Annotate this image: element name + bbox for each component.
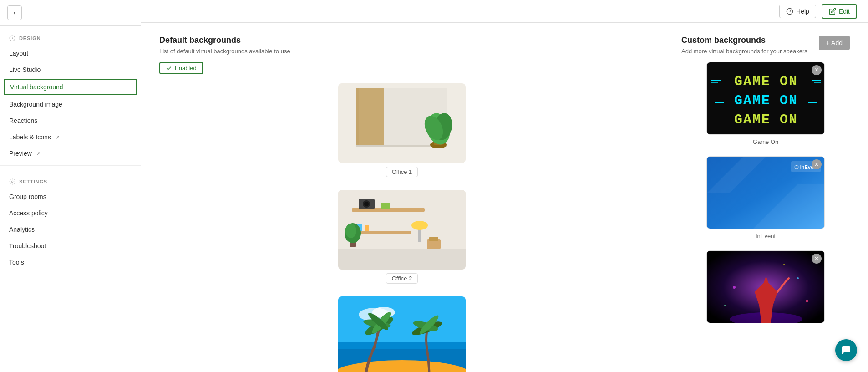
sidebar-divider bbox=[0, 165, 141, 166]
main-area: Help Edit Default backgrounds List of de… bbox=[141, 0, 868, 372]
custom-bg-item-gaming: ✕ bbox=[681, 250, 850, 323]
sidebar-scroll: DESIGN Layout Live Studio Virtual backgr… bbox=[0, 26, 141, 372]
bg-item-office2: Office 2 bbox=[159, 190, 645, 284]
default-panel-title: Default backgrounds bbox=[159, 36, 290, 45]
svg-rect-15 bbox=[338, 249, 466, 270]
custom-bg-item-inevent: ✕ bbox=[681, 156, 850, 240]
add-label: + Add bbox=[826, 39, 843, 46]
external-link-icon-preview: ↗ bbox=[36, 151, 41, 157]
edit-button[interactable]: Edit bbox=[822, 4, 857, 19]
enabled-badge[interactable]: Enabled bbox=[159, 62, 203, 74]
bg-image-office1[interactable] bbox=[338, 83, 466, 163]
inevent-svg: ⬡ InEvent bbox=[707, 157, 825, 229]
beach-svg bbox=[338, 296, 466, 372]
sidebar-item-group-rooms[interactable]: Group rooms bbox=[0, 189, 141, 205]
svg-rect-6 bbox=[359, 88, 384, 147]
bg-image-beach[interactable] bbox=[338, 296, 466, 372]
custom-bg-image-gameon[interactable]: ✕ GAME ON GAME ON bbox=[706, 62, 825, 135]
sidebar-item-troubleshoot[interactable]: Troubleshoot bbox=[0, 238, 141, 254]
svg-text:GAME ON: GAME ON bbox=[734, 112, 798, 127]
remove-gameon-button[interactable]: ✕ bbox=[812, 65, 822, 75]
office1-svg bbox=[338, 83, 466, 163]
custom-bg-item-gameon: ✕ GAME ON GAME ON bbox=[681, 62, 850, 145]
custom-bg-label-inevent: InEvent bbox=[681, 233, 850, 240]
sidebar-item-tools[interactable]: Tools bbox=[0, 254, 141, 270]
edit-icon bbox=[829, 8, 836, 15]
svg-rect-30 bbox=[429, 237, 438, 241]
sidebar-item-live-studio[interactable]: Live Studio bbox=[0, 61, 141, 78]
default-panel-subtitle: List of default virtual backgrounds avai… bbox=[159, 48, 290, 55]
svg-point-28 bbox=[345, 224, 356, 238]
svg-point-19 bbox=[364, 202, 369, 206]
help-label: Help bbox=[796, 8, 809, 15]
chat-icon bbox=[841, 345, 852, 356]
back-button[interactable]: ‹ bbox=[7, 5, 22, 20]
svg-point-63 bbox=[783, 264, 785, 265]
add-button[interactable]: + Add bbox=[819, 36, 850, 50]
sidebar-item-layout[interactable]: Layout bbox=[0, 45, 141, 61]
custom-backgrounds-panel: Custom backgrounds Add more virtual back… bbox=[663, 23, 868, 372]
svg-point-61 bbox=[724, 305, 726, 306]
sidebar-item-reactions[interactable]: Reactions bbox=[0, 112, 141, 129]
gaming-svg bbox=[707, 251, 825, 323]
sidebar-item-labels-icons[interactable]: Labels & Icons ↗ bbox=[0, 129, 141, 145]
sidebar-item-virtual-background[interactable]: Virtual background bbox=[4, 79, 137, 95]
custom-panel-header: Custom backgrounds Add more virtual back… bbox=[681, 36, 850, 55]
svg-point-59 bbox=[733, 286, 736, 289]
sidebar-item-analytics[interactable]: Analytics bbox=[0, 221, 141, 238]
office2-svg bbox=[338, 190, 466, 270]
custom-bg-label-gameon: Game On bbox=[681, 138, 850, 145]
section-title-settings: SETTINGS bbox=[0, 169, 141, 189]
help-button[interactable]: Help bbox=[779, 5, 816, 18]
edit-label: Edit bbox=[839, 8, 850, 15]
svg-point-60 bbox=[797, 277, 799, 279]
custom-bg-image-inevent[interactable]: ✕ bbox=[706, 156, 825, 229]
sidebar-item-preview[interactable]: Preview ↗ bbox=[0, 145, 141, 162]
svg-point-62 bbox=[806, 300, 808, 302]
svg-rect-20 bbox=[381, 203, 390, 209]
custom-bg-image-gaming[interactable]: ✕ bbox=[706, 250, 825, 323]
top-bar: Help Edit bbox=[141, 0, 868, 23]
default-panel-header: Default backgrounds List of default virt… bbox=[159, 36, 645, 55]
sidebar-item-access-policy[interactable]: Access policy bbox=[0, 205, 141, 221]
sidebar: ‹ DESIGN Layout Live Studio Virtual back… bbox=[0, 0, 141, 372]
custom-panel-subtitle: Add more virtual backgrounds for your sp… bbox=[681, 48, 807, 55]
bg-label-office1: Office 1 bbox=[386, 167, 418, 177]
sidebar-item-background-image[interactable]: Background image bbox=[0, 96, 141, 112]
bg-label-office2: Office 2 bbox=[386, 273, 418, 284]
svg-point-1 bbox=[11, 181, 13, 183]
bg-item-beach: Beach bbox=[159, 296, 645, 372]
section-title-design: DESIGN bbox=[0, 26, 141, 45]
custom-panel-title: Custom backgrounds bbox=[681, 36, 807, 45]
help-icon bbox=[786, 8, 793, 15]
content-area: Default backgrounds List of default virt… bbox=[141, 23, 868, 372]
enabled-label: Enabled bbox=[175, 65, 197, 71]
sidebar-top: ‹ bbox=[0, 0, 141, 26]
chat-bubble-button[interactable] bbox=[835, 339, 857, 361]
bg-image-office2[interactable] bbox=[338, 190, 466, 270]
bg-item-office1: Office 1 bbox=[159, 83, 645, 177]
svg-point-25 bbox=[411, 221, 428, 230]
svg-text:GAME ON: GAME ON bbox=[734, 74, 798, 89]
check-icon bbox=[166, 65, 172, 71]
svg-text:GAME ON: GAME ON bbox=[734, 93, 798, 108]
gameon-svg: GAME ON GAME ON GAME ON bbox=[707, 62, 825, 135]
external-link-icon: ↗ bbox=[56, 134, 60, 140]
default-backgrounds-panel: Default backgrounds List of default virt… bbox=[141, 23, 663, 372]
remove-inevent-button[interactable]: ✕ bbox=[812, 159, 822, 169]
remove-gaming-button[interactable]: ✕ bbox=[812, 254, 822, 264]
svg-rect-23 bbox=[365, 225, 369, 231]
